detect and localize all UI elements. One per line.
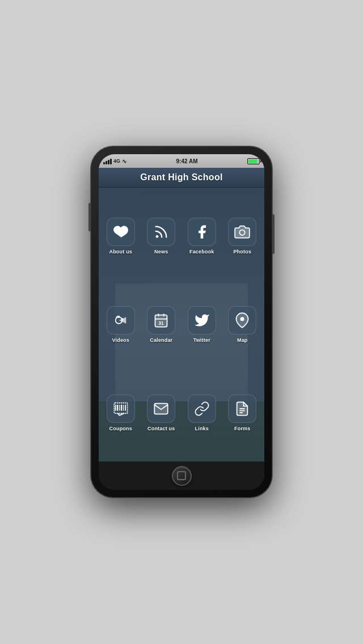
status-left: 4G ∿ <box>103 158 126 164</box>
label-forms: Forms <box>234 426 251 431</box>
signal-bar-1 <box>103 162 105 164</box>
label-facebook: Facebook <box>189 249 214 255</box>
label-photos: Photos <box>233 249 251 255</box>
signal-bars <box>103 158 112 164</box>
screen-area: 4G ∿ 9:42 AM Grant High School <box>99 154 264 490</box>
document-icon <box>234 401 250 417</box>
icon-twitter <box>188 306 216 334</box>
network-type: 4G <box>113 158 120 164</box>
home-button-inner <box>177 471 186 480</box>
label-twitter: Twitter <box>193 337 210 343</box>
svg-point-0 <box>156 235 159 238</box>
status-time: 9:42 AM <box>176 158 198 164</box>
menu-item-facebook[interactable]: Facebook <box>182 192 222 279</box>
barcode-icon <box>113 401 129 417</box>
signal-bar-4 <box>110 159 112 164</box>
menu-item-coupons[interactable]: Coupons <box>101 370 141 457</box>
signal-bar-2 <box>105 161 107 164</box>
calendar-icon: 31 <box>153 312 169 328</box>
home-button-area <box>99 461 264 490</box>
icon-coupons <box>107 395 135 423</box>
label-about-us: About us <box>109 249 132 255</box>
wifi-icon: ∿ <box>122 158 126 164</box>
menu-item-forms[interactable]: Forms <box>223 370 263 457</box>
chain-icon <box>194 401 210 417</box>
icon-calendar: 31 <box>147 306 175 334</box>
app-title: Grant High School <box>99 172 264 183</box>
video-icon <box>113 312 129 328</box>
menu-item-links[interactable]: Links <box>182 370 222 457</box>
envelope-icon <box>153 401 169 417</box>
menu-item-calendar[interactable]: 31 Calendar <box>142 281 182 368</box>
rss-icon <box>153 224 169 240</box>
signal-bar-3 <box>108 160 109 164</box>
map-pin-icon <box>234 312 250 328</box>
twitter-icon <box>194 312 210 328</box>
icon-facebook <box>188 218 216 246</box>
menu-item-about-us[interactable]: About us <box>101 192 141 279</box>
label-links: Links <box>195 426 209 431</box>
label-news: News <box>154 249 168 255</box>
menu-item-map[interactable]: Map <box>223 281 263 368</box>
menu-item-contact-us[interactable]: Contact us <box>142 370 182 457</box>
menu-item-photos[interactable]: Photos <box>223 192 263 279</box>
menu-item-twitter[interactable]: Twitter <box>182 281 222 368</box>
menu-item-news[interactable]: News <box>142 192 182 279</box>
icon-forms <box>228 395 256 423</box>
icon-videos <box>107 306 135 334</box>
battery-icon <box>247 158 260 164</box>
status-bar: 4G ∿ 9:42 AM <box>99 154 264 168</box>
svg-point-10 <box>240 317 244 321</box>
main-content: About us News <box>99 188 264 461</box>
label-calendar: Calendar <box>150 337 172 343</box>
home-button[interactable] <box>172 466 192 486</box>
icon-contact-us <box>147 395 175 423</box>
menu-item-videos[interactable]: Videos <box>101 281 141 368</box>
facebook-icon <box>194 224 210 240</box>
phone-frame: 4G ∿ 9:42 AM Grant High School <box>91 146 272 498</box>
label-map: Map <box>237 337 248 343</box>
status-right <box>247 158 260 164</box>
icons-grid: About us News <box>99 188 264 461</box>
icon-photos <box>228 218 256 246</box>
label-videos: Videos <box>112 337 129 343</box>
label-contact-us: Contact us <box>147 426 175 431</box>
label-coupons: Coupons <box>109 426 132 431</box>
icon-map <box>228 306 256 334</box>
app-header: Grant High School <box>99 168 264 188</box>
icon-links <box>188 395 216 423</box>
svg-text:31: 31 <box>159 321 164 326</box>
icon-about-us <box>107 218 135 246</box>
feather-icon <box>113 224 129 240</box>
icon-news <box>147 218 175 246</box>
battery-fill <box>248 159 257 163</box>
camera-icon <box>234 224 250 240</box>
screen: 4G ∿ 9:42 AM Grant High School <box>99 154 264 490</box>
